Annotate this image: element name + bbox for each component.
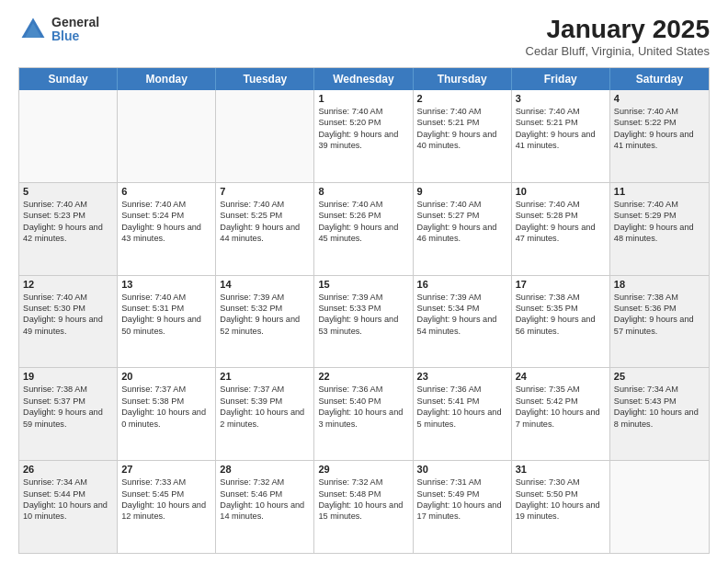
day-number-2-1: 13 — [121, 279, 211, 290]
calendar-cell-0-3: 1Sunrise: 7:40 AM Sunset: 5:20 PM Daylig… — [314, 90, 413, 182]
calendar-cell-2-2: 14Sunrise: 7:39 AM Sunset: 5:32 PM Dayli… — [216, 276, 314, 368]
header-wednesday: Wednesday — [314, 68, 413, 90]
day-content-4-2: Sunrise: 7:32 AM Sunset: 5:46 PM Dayligh… — [220, 477, 310, 523]
day-content-3-1: Sunrise: 7:37 AM Sunset: 5:38 PM Dayligh… — [121, 384, 211, 430]
day-number-0-5: 3 — [516, 93, 606, 104]
day-number-4-5: 31 — [516, 464, 606, 475]
day-content-0-3: Sunrise: 7:40 AM Sunset: 5:20 PM Dayligh… — [318, 106, 408, 152]
day-number-2-2: 14 — [220, 279, 310, 290]
day-content-1-2: Sunrise: 7:40 AM Sunset: 5:25 PM Dayligh… — [220, 199, 310, 245]
day-content-4-4: Sunrise: 7:31 AM Sunset: 5:49 PM Dayligh… — [417, 477, 507, 523]
day-number-2-4: 16 — [417, 279, 507, 290]
logo-text: General Blue — [51, 16, 99, 44]
header-friday: Friday — [512, 68, 610, 90]
day-number-3-6: 25 — [614, 371, 705, 382]
day-number-3-4: 23 — [417, 371, 507, 382]
calendar-cell-0-6: 4Sunrise: 7:40 AM Sunset: 5:22 PM Daylig… — [610, 90, 709, 182]
day-content-2-0: Sunrise: 7:40 AM Sunset: 5:30 PM Dayligh… — [23, 292, 113, 338]
calendar-cell-1-3: 8Sunrise: 7:40 AM Sunset: 5:26 PM Daylig… — [314, 183, 413, 275]
day-number-2-0: 12 — [23, 279, 113, 290]
day-content-4-0: Sunrise: 7:34 AM Sunset: 5:44 PM Dayligh… — [23, 477, 113, 523]
day-number-1-0: 5 — [23, 186, 113, 197]
day-number-1-2: 7 — [220, 186, 310, 197]
day-number-4-0: 26 — [23, 464, 113, 475]
title-block: January 2025 Cedar Bluff, Virginia, Unit… — [526, 15, 710, 58]
day-content-2-3: Sunrise: 7:39 AM Sunset: 5:33 PM Dayligh… — [318, 292, 408, 338]
day-number-3-0: 19 — [23, 371, 113, 382]
calendar-cell-3-5: 24Sunrise: 7:35 AM Sunset: 5:42 PM Dayli… — [512, 368, 610, 460]
day-content-0-4: Sunrise: 7:40 AM Sunset: 5:21 PM Dayligh… — [417, 106, 507, 152]
day-content-3-6: Sunrise: 7:34 AM Sunset: 5:43 PM Dayligh… — [614, 384, 705, 430]
day-number-1-1: 6 — [121, 186, 211, 197]
day-number-3-2: 21 — [220, 371, 310, 382]
calendar-cell-1-6: 11Sunrise: 7:40 AM Sunset: 5:29 PM Dayli… — [610, 183, 709, 275]
calendar-cell-4-1: 27Sunrise: 7:33 AM Sunset: 5:45 PM Dayli… — [118, 461, 216, 553]
calendar-cell-3-0: 19Sunrise: 7:38 AM Sunset: 5:37 PM Dayli… — [19, 368, 118, 460]
calendar-cell-4-0: 26Sunrise: 7:34 AM Sunset: 5:44 PM Dayli… — [19, 461, 118, 553]
day-content-2-1: Sunrise: 7:40 AM Sunset: 5:31 PM Dayligh… — [121, 292, 211, 338]
calendar-row-0: 1Sunrise: 7:40 AM Sunset: 5:20 PM Daylig… — [19, 90, 709, 182]
calendar-row-2: 12Sunrise: 7:40 AM Sunset: 5:30 PM Dayli… — [19, 275, 709, 368]
day-content-4-3: Sunrise: 7:32 AM Sunset: 5:48 PM Dayligh… — [318, 477, 408, 523]
day-content-4-5: Sunrise: 7:30 AM Sunset: 5:50 PM Dayligh… — [516, 477, 606, 523]
calendar-body: 1Sunrise: 7:40 AM Sunset: 5:20 PM Daylig… — [19, 90, 709, 553]
calendar-cell-3-4: 23Sunrise: 7:36 AM Sunset: 5:41 PM Dayli… — [414, 368, 512, 460]
logo-general-text: General — [51, 16, 99, 29]
day-number-1-5: 10 — [516, 186, 606, 197]
day-content-1-1: Sunrise: 7:40 AM Sunset: 5:24 PM Dayligh… — [121, 199, 211, 245]
calendar-cell-4-5: 31Sunrise: 7:30 AM Sunset: 5:50 PM Dayli… — [512, 461, 610, 553]
day-number-4-4: 30 — [417, 464, 507, 475]
day-content-0-5: Sunrise: 7:40 AM Sunset: 5:21 PM Dayligh… — [516, 106, 606, 152]
calendar-cell-2-5: 17Sunrise: 7:38 AM Sunset: 5:35 PM Dayli… — [512, 276, 610, 368]
calendar-cell-4-2: 28Sunrise: 7:32 AM Sunset: 5:46 PM Dayli… — [216, 461, 314, 553]
calendar-cell-0-4: 2Sunrise: 7:40 AM Sunset: 5:21 PM Daylig… — [414, 90, 512, 182]
calendar-cell-1-4: 9Sunrise: 7:40 AM Sunset: 5:27 PM Daylig… — [414, 183, 512, 275]
calendar-cell-3-3: 22Sunrise: 7:36 AM Sunset: 5:40 PM Dayli… — [314, 368, 413, 460]
day-number-4-2: 28 — [220, 464, 310, 475]
day-number-3-5: 24 — [516, 371, 606, 382]
calendar-cell-4-3: 29Sunrise: 7:32 AM Sunset: 5:48 PM Dayli… — [314, 461, 413, 553]
day-content-1-0: Sunrise: 7:40 AM Sunset: 5:23 PM Dayligh… — [23, 199, 113, 245]
calendar-cell-1-1: 6Sunrise: 7:40 AM Sunset: 5:24 PM Daylig… — [118, 183, 216, 275]
day-number-2-6: 18 — [614, 279, 705, 290]
calendar-cell-3-1: 20Sunrise: 7:37 AM Sunset: 5:38 PM Dayli… — [118, 368, 216, 460]
calendar-cell-0-0 — [19, 90, 118, 182]
calendar-cell-1-5: 10Sunrise: 7:40 AM Sunset: 5:28 PM Dayli… — [512, 183, 610, 275]
calendar-cell-4-4: 30Sunrise: 7:31 AM Sunset: 5:49 PM Dayli… — [414, 461, 512, 553]
logo-blue-text: Blue — [51, 29, 99, 43]
calendar-header: Sunday Monday Tuesday Wednesday Thursday… — [19, 68, 709, 90]
calendar-cell-0-1 — [118, 90, 216, 182]
day-number-1-6: 11 — [614, 186, 705, 197]
day-content-2-4: Sunrise: 7:39 AM Sunset: 5:34 PM Dayligh… — [417, 292, 507, 338]
day-number-0-3: 1 — [318, 93, 408, 104]
day-content-1-5: Sunrise: 7:40 AM Sunset: 5:28 PM Dayligh… — [516, 199, 606, 245]
calendar-subtitle: Cedar Bluff, Virginia, United States — [526, 44, 710, 58]
header-tuesday: Tuesday — [216, 68, 314, 90]
calendar-cell-2-3: 15Sunrise: 7:39 AM Sunset: 5:33 PM Dayli… — [314, 276, 413, 368]
page: General Blue January 2025 Cedar Bluff, V… — [0, 0, 728, 563]
day-number-4-1: 27 — [121, 464, 211, 475]
logo: General Blue — [18, 15, 99, 44]
header-thursday: Thursday — [414, 68, 512, 90]
day-content-3-5: Sunrise: 7:35 AM Sunset: 5:42 PM Dayligh… — [516, 384, 606, 430]
day-content-3-4: Sunrise: 7:36 AM Sunset: 5:41 PM Dayligh… — [417, 384, 507, 430]
header-saturday: Saturday — [610, 68, 709, 90]
day-number-4-3: 29 — [318, 464, 408, 475]
calendar: Sunday Monday Tuesday Wednesday Thursday… — [18, 67, 710, 554]
header-sunday: Sunday — [19, 68, 118, 90]
calendar-cell-4-6 — [610, 461, 709, 553]
day-content-1-3: Sunrise: 7:40 AM Sunset: 5:26 PM Dayligh… — [318, 199, 408, 245]
day-number-0-6: 4 — [614, 93, 705, 104]
calendar-cell-2-1: 13Sunrise: 7:40 AM Sunset: 5:31 PM Dayli… — [118, 276, 216, 368]
day-content-0-6: Sunrise: 7:40 AM Sunset: 5:22 PM Dayligh… — [614, 106, 705, 152]
calendar-cell-3-2: 21Sunrise: 7:37 AM Sunset: 5:39 PM Dayli… — [216, 368, 314, 460]
day-content-1-6: Sunrise: 7:40 AM Sunset: 5:29 PM Dayligh… — [614, 199, 705, 245]
day-content-3-3: Sunrise: 7:36 AM Sunset: 5:40 PM Dayligh… — [318, 384, 408, 430]
calendar-row-1: 5Sunrise: 7:40 AM Sunset: 5:23 PM Daylig… — [19, 182, 709, 275]
day-content-1-4: Sunrise: 7:40 AM Sunset: 5:27 PM Dayligh… — [417, 199, 507, 245]
logo-icon — [18, 15, 48, 44]
calendar-cell-1-2: 7Sunrise: 7:40 AM Sunset: 5:25 PM Daylig… — [216, 183, 314, 275]
header-monday: Monday — [118, 68, 216, 90]
day-content-3-0: Sunrise: 7:38 AM Sunset: 5:37 PM Dayligh… — [23, 384, 113, 430]
day-number-3-3: 22 — [318, 371, 408, 382]
